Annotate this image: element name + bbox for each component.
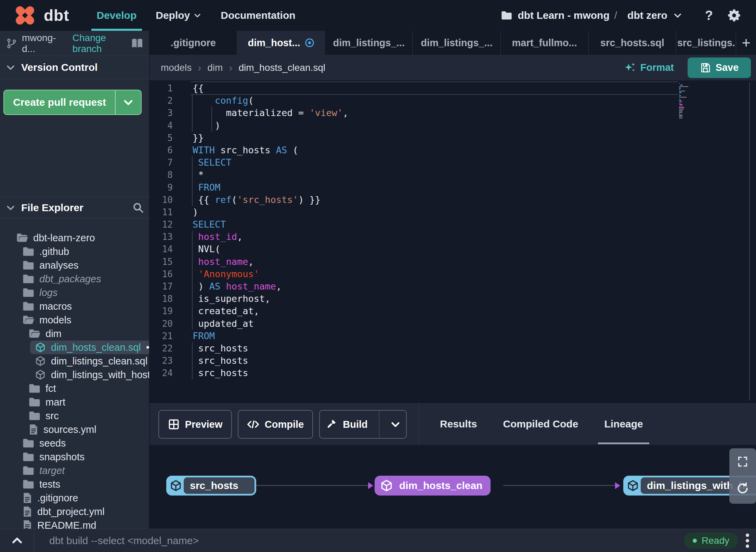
code-line-3: 3 materialized = 'view', xyxy=(149,107,756,119)
tab-label: .gitignore xyxy=(171,37,216,49)
file-explorer-item-snapshots[interactable]: snapshots xyxy=(0,450,149,464)
breadcrumb-item[interactable]: models xyxy=(161,62,192,73)
compile-button[interactable]: Compile xyxy=(238,410,313,439)
dbt-logo-icon[interactable] xyxy=(10,0,40,30)
preview-button[interactable]: Preview xyxy=(158,410,232,439)
nav-item-deploy[interactable]: Deploy xyxy=(146,0,211,31)
folder-icon xyxy=(29,397,40,407)
version-control-header[interactable]: Version Control xyxy=(0,56,149,79)
file-explorer-item-target[interactable]: target xyxy=(0,464,149,477)
folder-icon xyxy=(23,301,34,311)
docs-book-icon[interactable] xyxy=(131,38,143,49)
change-branch-link[interactable]: Change branch xyxy=(73,33,131,54)
nav-item-documentation[interactable]: Documentation xyxy=(211,0,305,31)
line-number: 22 xyxy=(149,342,173,355)
file-explorer-item-dim-hosts-clean-sql[interactable]: dim_hosts_clean.sql• xyxy=(0,341,149,354)
command-input[interactable]: dbt build --select <model_name> xyxy=(49,535,199,547)
code-line-2: 2 config( xyxy=(149,94,756,107)
file-tree: dbt-learn-zero.githubanalysesdbt_package… xyxy=(0,231,149,529)
folder-icon xyxy=(23,247,34,256)
tab-gitignore[interactable]: .gitignore xyxy=(149,31,237,55)
add-tab-button[interactable]: + xyxy=(736,31,756,55)
file-explorer-item-readme-md[interactable]: README.md xyxy=(0,518,149,529)
left-sidebar: mwong-d... Change branch Version Control… xyxy=(0,31,149,529)
file-explorer-item-gitignore[interactable]: .gitignore xyxy=(0,491,149,505)
file-explorer-item-fct[interactable]: fct xyxy=(0,382,149,395)
lineage-node-label: src_hosts xyxy=(184,477,255,494)
save-button[interactable]: Save xyxy=(688,57,751,78)
file-explorer-item-seeds[interactable]: seeds xyxy=(0,436,149,450)
environment-name[interactable]: dbt zero xyxy=(627,10,667,21)
line-number: 13 xyxy=(149,231,173,243)
lineage-canvas[interactable]: src_hosts dim_hosts_clean dim_listings_w… xyxy=(149,445,756,529)
git-branch-icon xyxy=(6,38,17,49)
folder-open-icon xyxy=(23,315,34,325)
tab-dim-listings[interactable]: dim_listings_... xyxy=(413,31,501,55)
help-button[interactable]: ? xyxy=(705,8,713,23)
file-explorer-item-mart[interactable]: mart xyxy=(0,395,149,409)
tab-results[interactable]: Results xyxy=(438,403,479,445)
line-number: 17 xyxy=(149,280,173,293)
indent-guide xyxy=(192,342,193,380)
build-button-main[interactable]: Build xyxy=(320,411,374,438)
file-name: .github xyxy=(39,246,69,257)
collapse-panel-chevron-up-icon[interactable] xyxy=(0,529,34,552)
tab-dim-host[interactable]: dim_host... xyxy=(237,31,325,55)
file-icon xyxy=(23,506,32,517)
tab-compiled-code[interactable]: Compiled Code xyxy=(501,403,580,445)
folder-icon xyxy=(23,274,34,284)
file-name: snapshots xyxy=(39,451,84,463)
settings-gear-icon[interactable] xyxy=(727,9,741,22)
file-explorer-item-dbt-learn-zero[interactable]: dbt-learn-zero xyxy=(0,231,149,245)
line-number: 8 xyxy=(149,169,173,181)
file-explorer-item-src[interactable]: src xyxy=(0,409,149,423)
file-explorer-item-dim[interactable]: dim xyxy=(0,327,149,341)
folder-icon xyxy=(29,411,40,421)
tab-modified-icon xyxy=(304,38,315,48)
lineage-node-dim-hosts-clean[interactable]: dim_hosts_clean xyxy=(375,476,491,496)
file-name: mart xyxy=(45,397,65,408)
branch-name[interactable]: mwong-d... xyxy=(22,33,64,54)
chevron-down-icon xyxy=(5,203,16,213)
indent-guide xyxy=(192,94,193,132)
editor-scrollbar[interactable] xyxy=(749,82,750,400)
file-explorer-item-dim-listings-clean-sql[interactable]: dim_listings_clean.sql xyxy=(0,354,149,368)
breadcrumb-item[interactable]: dim xyxy=(207,62,223,73)
environment-chevron-down-icon[interactable] xyxy=(673,11,682,20)
format-button[interactable]: Format xyxy=(624,62,674,74)
search-icon[interactable] xyxy=(132,202,144,214)
build-chevron-down-icon[interactable] xyxy=(385,411,406,438)
tab-mart-fullmo[interactable]: mart_fullmo... xyxy=(501,31,589,55)
create-pr-chevron-down-icon[interactable] xyxy=(116,90,141,114)
file-explorer-item-tests[interactable]: tests xyxy=(0,477,149,491)
file-explorer-item-macros[interactable]: macros xyxy=(0,299,149,313)
build-button[interactable]: Build xyxy=(319,410,407,439)
code-editor[interactable]: 1{{2 config(3 materialized = 'view',4 )5… xyxy=(149,80,756,402)
folder-icon xyxy=(23,479,34,489)
minimap[interactable] xyxy=(679,83,699,119)
preview-label: Preview xyxy=(185,419,223,430)
file-explorer-item-logs[interactable]: logs xyxy=(0,286,149,299)
file-explorer-item-dbt-packages[interactable]: dbt_packages xyxy=(0,272,149,286)
file-explorer-item-dim-listings-with-hosts[interactable]: dim_listings_with_hosts... xyxy=(0,368,149,382)
tab-src-hosts-sql[interactable]: src_hosts.sql xyxy=(589,31,677,55)
file-explorer-item-sources-yml[interactable]: sources.yml xyxy=(0,423,149,436)
project-name[interactable]: dbt Learn - mwong xyxy=(518,10,609,21)
kebab-menu-icon[interactable] xyxy=(746,534,749,548)
lineage-edge-arrow xyxy=(615,482,620,489)
file-explorer-item-models[interactable]: models xyxy=(0,313,149,327)
file-explorer-item-dbt-project-yml[interactable]: dbt_project.yml xyxy=(0,505,149,518)
tab-dim-listings[interactable]: dim_listings_... xyxy=(325,31,413,55)
lineage-node-src-hosts[interactable]: src_hosts xyxy=(166,476,256,496)
file-explorer-item-analyses[interactable]: analyses xyxy=(0,258,149,272)
file-explorer-item-github[interactable]: .github xyxy=(0,245,149,258)
nav-item-develop[interactable]: Develop xyxy=(87,0,146,31)
file-explorer-header[interactable]: File Explorer xyxy=(0,197,149,218)
fullscreen-icon[interactable] xyxy=(737,456,748,467)
model-cube-icon xyxy=(625,479,641,492)
tab-src-listings[interactable]: src_listings. xyxy=(676,31,736,55)
line-number: 15 xyxy=(149,256,173,268)
tab-lineage[interactable]: Lineage xyxy=(602,403,645,445)
create-pull-request-button[interactable]: Create pull request xyxy=(3,90,142,115)
refresh-icon[interactable] xyxy=(736,482,749,495)
